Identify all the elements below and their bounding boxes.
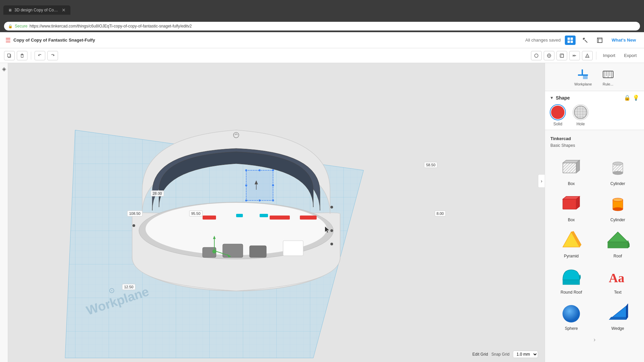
hole-circle-container bbox=[573, 104, 589, 120]
right-panel: Workplane Rule... ▼ Shape 🔒 💡 bbox=[545, 63, 644, 362]
shape-item-text[interactable]: Aa Text bbox=[596, 262, 640, 297]
view-cube-button[interactable] bbox=[594, 36, 605, 45]
svg-rect-47 bbox=[300, 216, 317, 220]
undo-button[interactable] bbox=[35, 51, 45, 60]
snap-grid-select[interactable]: 1.0 mm 0.5 mm 2.0 mm bbox=[513, 351, 538, 358]
copy-button[interactable] bbox=[4, 51, 15, 60]
svg-rect-1 bbox=[571, 38, 573, 40]
shape-label-sphere: Sphere bbox=[565, 326, 578, 331]
secure-icon: 🔒 bbox=[8, 24, 13, 28]
shapes-library-header: Tinkercad Basic Shapes bbox=[548, 133, 641, 153]
svg-point-44 bbox=[245, 184, 247, 186]
shape-label-box-red: Box bbox=[568, 218, 575, 222]
shapes-library: Tinkercad Basic Shapes bbox=[545, 130, 644, 362]
svg-rect-64 bbox=[582, 69, 583, 75]
svg-rect-20 bbox=[561, 55, 564, 57]
svg-rect-80 bbox=[563, 199, 576, 209]
svg-point-79 bbox=[613, 171, 623, 175]
app-menu-icon[interactable]: ☰ bbox=[5, 37, 11, 44]
shape-icon-sphere bbox=[559, 301, 583, 325]
svg-point-40 bbox=[245, 199, 247, 201]
delete-button[interactable] bbox=[17, 51, 28, 60]
snap-grid-label: Snap Grid bbox=[491, 352, 509, 357]
shape-panel: ▼ Shape 🔒 💡 Solid Hol bbox=[545, 91, 644, 130]
shapes-toggle-button[interactable]: › bbox=[538, 174, 545, 188]
snap-grid-bar: Edit Grid Snap Grid 1.0 mm 0.5 mm 2.0 mm bbox=[472, 351, 538, 358]
shape-collapse-button[interactable]: ▼ bbox=[550, 96, 554, 100]
toolbar-right: Import Export bbox=[531, 51, 640, 60]
shapes-chevron[interactable]: › bbox=[548, 334, 641, 345]
svg-point-15 bbox=[534, 54, 538, 57]
shape-item-sphere[interactable]: Sphere bbox=[549, 299, 594, 333]
export-button[interactable]: Export bbox=[621, 52, 640, 59]
shape-label-text: Text bbox=[614, 290, 622, 295]
3d-object bbox=[109, 97, 360, 298]
toolbar-sep-2 bbox=[596, 52, 596, 60]
tab-close-button[interactable]: ✕ bbox=[62, 7, 66, 13]
dim-label-1: 28.00 bbox=[151, 190, 164, 196]
svg-point-42 bbox=[259, 169, 261, 171]
dim-label-3: 95.50 bbox=[189, 210, 203, 217]
address-bar-container: 🔒 Secure https://www.tinkercad.com/thing… bbox=[0, 20, 644, 32]
svg-rect-12 bbox=[21, 55, 23, 57]
canvas-area[interactable]: Workplane ⊙ bbox=[8, 63, 545, 362]
svg-rect-33 bbox=[250, 246, 266, 257]
url-text: https://www.tinkercad.com/things/c6u8IOJ… bbox=[30, 24, 192, 28]
svg-rect-14 bbox=[21, 54, 22, 54]
dim-label-5: 8.00 bbox=[435, 210, 446, 217]
shape-label-roof: Roof bbox=[613, 254, 622, 258]
sidebar-icon-1[interactable]: ◈ bbox=[2, 66, 6, 72]
grid-view-button[interactable] bbox=[565, 36, 576, 45]
svg-rect-0 bbox=[568, 38, 570, 40]
shape-item-box-gray[interactable]: Box bbox=[549, 154, 594, 188]
svg-marker-96 bbox=[626, 304, 628, 319]
shape-bulb-button[interactable]: 💡 bbox=[633, 95, 639, 101]
solid-option[interactable]: Solid bbox=[550, 104, 566, 126]
svg-text:Aa: Aa bbox=[609, 271, 624, 285]
hole-option[interactable]: Hole bbox=[573, 104, 589, 126]
view-icon-4[interactable] bbox=[569, 51, 580, 60]
browser-chrome: 🖥 3D design Copy of Copy of F... ✕ bbox=[0, 0, 644, 20]
svg-rect-2 bbox=[568, 41, 570, 43]
view-icon-1[interactable] bbox=[531, 51, 542, 60]
svg-point-93 bbox=[562, 305, 580, 322]
address-bar[interactable]: 🔒 Secure https://www.tinkercad.com/thing… bbox=[4, 22, 640, 31]
svg-marker-95 bbox=[609, 317, 628, 319]
solid-circle bbox=[550, 104, 566, 120]
main-layout: ◈ Workplane ⊙ bbox=[0, 63, 644, 362]
shape-header-icons: 🔒 💡 bbox=[624, 95, 639, 101]
shape-item-cylinder-gray[interactable]: Cylinder bbox=[596, 154, 640, 188]
view-icon-3[interactable] bbox=[556, 51, 567, 60]
whats-new-button[interactable]: What's New bbox=[609, 36, 639, 44]
svg-point-78 bbox=[613, 162, 623, 165]
shape-icon-wedge bbox=[606, 301, 630, 325]
shape-label-wedge: Wedge bbox=[611, 326, 624, 331]
browser-tab[interactable]: 🖥 3D design Copy of Copy of F... ✕ bbox=[3, 5, 70, 15]
saved-status: All changes saved bbox=[525, 38, 561, 43]
shape-item-cylinder-orange[interactable]: Cylinder bbox=[596, 190, 640, 224]
svg-rect-65 bbox=[583, 74, 588, 79]
shape-label-cylinder-gray: Cylinder bbox=[610, 181, 625, 186]
dim-label-4: 108.50 bbox=[127, 210, 143, 217]
workplane-button[interactable]: Workplane bbox=[572, 66, 594, 88]
toolbar-separator bbox=[31, 52, 31, 60]
rules-button[interactable]: Rule... bbox=[599, 66, 617, 88]
shape-icon-cylinder-gray bbox=[606, 156, 630, 180]
view-icon-2[interactable] bbox=[544, 51, 554, 60]
view-icon-5[interactable] bbox=[582, 51, 593, 60]
shape-item-box-red[interactable]: Box bbox=[549, 190, 594, 224]
shape-item-round-roof[interactable]: Round Roof bbox=[549, 262, 594, 297]
shape-title: Shape bbox=[556, 95, 622, 101]
svg-point-45 bbox=[272, 184, 274, 186]
import-button[interactable]: Import bbox=[600, 52, 619, 59]
solid-circle-fill bbox=[551, 106, 565, 119]
shape-item-wedge[interactable]: Wedge bbox=[596, 299, 640, 333]
tools-button[interactable] bbox=[580, 36, 590, 45]
hole-label: Hole bbox=[577, 122, 585, 126]
edit-grid-button[interactable]: Edit Grid bbox=[472, 352, 488, 357]
dim-label-2: 58.50 bbox=[424, 162, 437, 168]
redo-button[interactable] bbox=[47, 51, 58, 60]
svg-point-59 bbox=[330, 206, 333, 208]
shape-icon-box-gray bbox=[559, 156, 583, 180]
shape-lock-button[interactable]: 🔒 bbox=[624, 95, 631, 101]
